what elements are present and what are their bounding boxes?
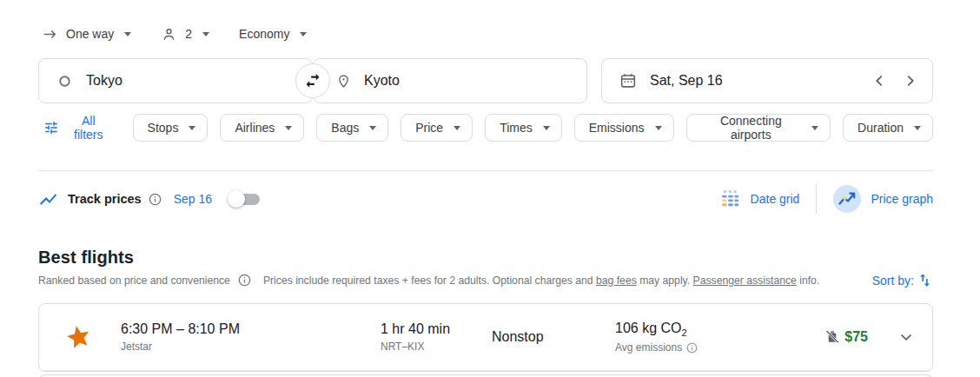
cabin-class-selector[interactable]: Economy [235, 25, 310, 43]
swap-airports-button[interactable] [295, 63, 330, 98]
filter-chip-stops[interactable]: Stops [133, 114, 209, 142]
flight-result-row[interactable]: 6:30 PM – 8:10 PM Jetstar 1 hr 40 min NR… [39, 304, 932, 370]
swap-horizontal-icon [304, 72, 321, 89]
price-graph-label: Price graph [871, 192, 933, 206]
flight-airline: Jetstar [121, 341, 381, 353]
date-nav [870, 71, 920, 90]
all-filters-label: All filters [67, 114, 110, 142]
info-icon [686, 342, 698, 354]
chevron-down-icon [124, 32, 131, 36]
track-prices-row: Track prices Sep 16 Date grid Price [38, 181, 933, 217]
origin-value: Tokyo [86, 73, 122, 89]
destination-value: Kyoto [364, 73, 400, 89]
tune-filter-icon [43, 120, 59, 136]
passenger-assistance-link[interactable]: Passenger assistance [693, 274, 797, 287]
chevron-left-icon [871, 73, 887, 89]
flight-stops-cell: Nonstop [492, 329, 615, 345]
google-flights-results-page: One way 2 Economy Tokyo [0, 0, 980, 377]
bag-fees-link[interactable]: bag fees [596, 274, 637, 287]
trip-controls-bar: One way 2 Economy [38, 0, 933, 44]
view-switch-group: Date grid Price graph [719, 184, 933, 214]
swap-vert-sort-icon [917, 272, 933, 288]
chevron-down-icon [914, 126, 921, 130]
date-grid-label: Date grid [751, 192, 800, 206]
trending-line-icon [38, 189, 58, 209]
best-flights-subheader: Ranked based on price and convenience Pr… [38, 272, 933, 288]
track-prices-group: Track prices Sep 16 [38, 189, 260, 209]
chip-label: Stops [148, 121, 179, 135]
date-grid-button[interactable]: Date grid [719, 188, 800, 210]
ranked-note-text: Ranked based on price and convenience [38, 274, 230, 287]
disclaimer-text: may apply. [637, 274, 693, 287]
chevron-down-icon [202, 32, 209, 36]
chevron-right-icon [903, 73, 918, 89]
disclaimer-text: Prices include required taxes + fees for… [263, 274, 596, 287]
filter-chip-times[interactable]: Times [485, 114, 562, 142]
flight-price-cell: $75 [786, 329, 877, 345]
filter-chip-price[interactable]: Price [401, 114, 473, 142]
filter-chip-connecting-airports[interactable]: Connecting airports [686, 114, 831, 142]
flight-route: NRT–KIX [381, 341, 492, 353]
trip-type-label: One way [66, 27, 114, 41]
ranked-info-button[interactable] [238, 274, 251, 287]
flight-expand-cell [877, 328, 933, 346]
ranked-note: Ranked based on price and convenience [38, 274, 251, 287]
filter-chip-emissions[interactable]: Emissions [574, 114, 674, 142]
price-disclaimer: Prices include required taxes + fees for… [263, 274, 819, 287]
all-filters-button[interactable]: All filters [38, 114, 121, 142]
chip-label: Bags [331, 121, 359, 135]
chevron-down-icon [655, 126, 662, 130]
chevron-down-icon [369, 126, 376, 130]
flight-star-cell [39, 323, 121, 352]
flight-price: $75 [844, 329, 868, 345]
flight-stops: Nonstop [492, 329, 615, 345]
passengers-count: 2 [185, 27, 192, 41]
filters-row: All filters Stops Airlines Bags Price Ti… [38, 112, 933, 143]
passengers-selector[interactable]: 2 [157, 24, 213, 44]
disclaimer-text: info. [797, 274, 819, 287]
chevron-down-icon [811, 126, 818, 130]
best-flights-card: 6:30 PM – 8:10 PM Jetstar 1 hr 40 min NR… [38, 303, 933, 372]
flight-times: 6:30 PM – 8:10 PM [121, 321, 381, 337]
filter-chip-airlines[interactable]: Airlines [220, 114, 304, 142]
search-fields-row: Tokyo Kyoto Sat, Sep 16 [38, 58, 933, 103]
track-prices-toggle[interactable] [230, 194, 260, 205]
flight-times-cell: 6:30 PM – 8:10 PM Jetstar [121, 321, 381, 353]
section-divider [38, 170, 933, 171]
chevron-down-icon [454, 126, 460, 130]
chip-label: Duration [858, 121, 904, 135]
cabin-class-label: Economy [239, 27, 289, 41]
destination-field[interactable]: Kyoto [313, 58, 587, 103]
origin-circle-icon [58, 75, 71, 88]
expand-flight-button[interactable] [897, 328, 915, 346]
chevron-down-icon [897, 328, 915, 346]
next-date-button[interactable] [901, 71, 920, 90]
person-icon [161, 26, 177, 43]
no-carry-on-bag-icon [824, 329, 840, 345]
chip-label: Airlines [235, 121, 275, 135]
trip-type-selector[interactable]: One way [38, 24, 135, 44]
sort-by-button[interactable]: Sort by: [872, 272, 933, 288]
best-flights-title: Best flights [38, 248, 933, 268]
filter-chip-duration[interactable]: Duration [843, 114, 933, 142]
star-icon [64, 323, 93, 352]
date-field[interactable]: Sat, Sep 16 [601, 58, 933, 103]
chevron-down-icon [543, 126, 550, 130]
origin-field[interactable]: Tokyo [38, 58, 313, 103]
date-grid-icon [719, 188, 741, 210]
price-graph-button[interactable]: Price graph [833, 185, 933, 213]
filter-chip-bags[interactable]: Bags [316, 114, 388, 142]
flight-duration-cell: 1 hr 40 min NRT–KIX [381, 321, 492, 353]
one-way-arrow-icon [42, 26, 58, 43]
vertical-divider [816, 184, 817, 214]
previous-date-button[interactable] [870, 71, 889, 90]
chevron-down-icon [189, 126, 195, 130]
chevron-down-icon [300, 32, 307, 36]
chip-label: Times [500, 121, 533, 135]
track-date-chip[interactable]: Sep 16 [174, 192, 212, 206]
info-icon [149, 193, 162, 206]
flight-row-divider [39, 370, 932, 371]
toggle-thumb [228, 190, 245, 208]
track-prices-info-button[interactable] [149, 193, 162, 206]
date-value: Sat, Sep 16 [650, 73, 723, 89]
